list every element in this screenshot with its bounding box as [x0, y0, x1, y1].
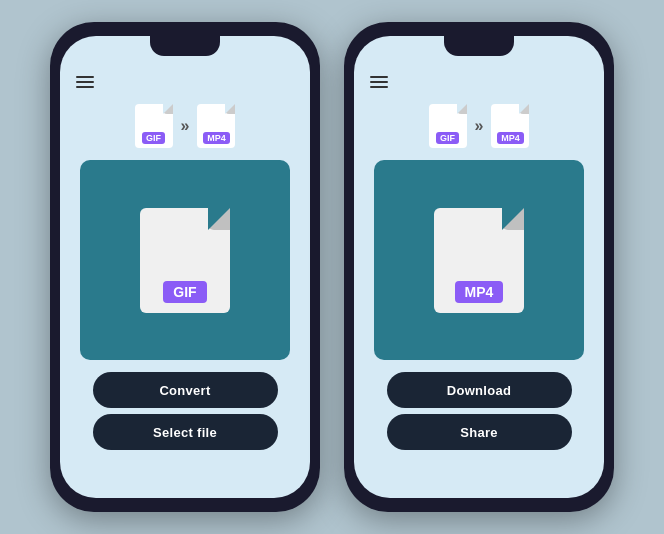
preview-box-1: GIF	[80, 160, 290, 360]
large-file-icon-1: GIF	[140, 208, 230, 313]
to-format-label-2: MP4	[497, 132, 524, 144]
button-group-1: Convert Select file	[76, 372, 294, 450]
arrow-icon-2: »	[475, 117, 484, 135]
download-button[interactable]: Download	[387, 372, 572, 408]
share-button[interactable]: Share	[387, 414, 572, 450]
to-file-icon-2: MP4	[491, 104, 529, 148]
phone-1: GIF » MP4 GIF Convert Select file	[50, 22, 320, 512]
button-group-2: Download Share	[370, 372, 588, 450]
arrow-icon-1: »	[181, 117, 190, 135]
from-format-badge-1: GIF	[135, 104, 173, 148]
convert-button[interactable]: Convert	[93, 372, 278, 408]
hamburger-menu-2[interactable]	[370, 76, 388, 88]
select-file-button[interactable]: Select file	[93, 414, 278, 450]
preview-box-2: MP4	[374, 160, 584, 360]
to-file-icon-1: MP4	[197, 104, 235, 148]
from-file-icon-2: GIF	[429, 104, 467, 148]
phone-2: GIF » MP4 MP4 Download Share	[344, 22, 614, 512]
from-format-badge-2: GIF	[429, 104, 467, 148]
notch-2	[444, 36, 514, 56]
phone-screen-1: GIF » MP4 GIF Convert Select file	[60, 36, 310, 498]
from-format-label-1: GIF	[142, 132, 165, 144]
format-header-1: GIF » MP4	[135, 104, 236, 148]
large-file-icon-2: MP4	[434, 208, 524, 313]
to-format-label-1: MP4	[203, 132, 230, 144]
phone-screen-2: GIF » MP4 MP4 Download Share	[354, 36, 604, 498]
large-file-label-1: GIF	[163, 281, 206, 303]
large-file-label-2: MP4	[455, 281, 504, 303]
from-file-icon-1: GIF	[135, 104, 173, 148]
to-format-badge-2: MP4	[491, 104, 529, 148]
hamburger-menu-1[interactable]	[76, 76, 94, 88]
notch-1	[150, 36, 220, 56]
from-format-label-2: GIF	[436, 132, 459, 144]
to-format-badge-1: MP4	[197, 104, 235, 148]
format-header-2: GIF » MP4	[429, 104, 530, 148]
